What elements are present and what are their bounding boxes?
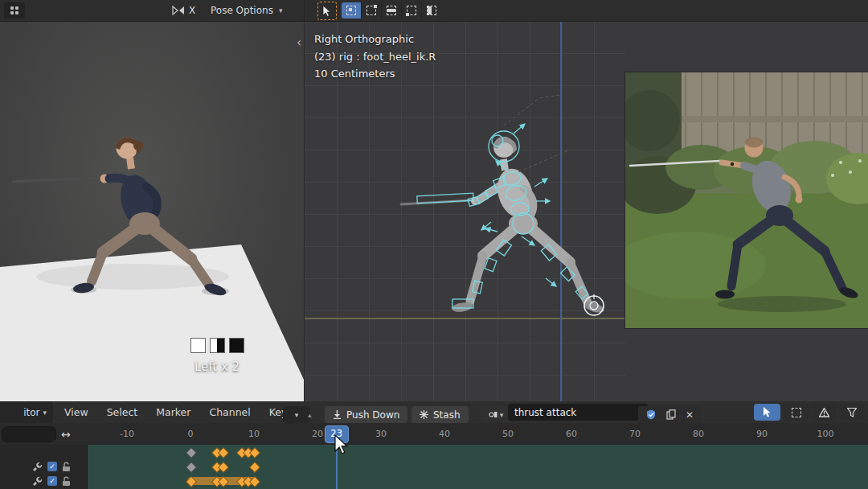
ruler-label: 50 xyxy=(502,423,514,445)
menu-marker[interactable]: Marker xyxy=(156,406,190,418)
stash-button[interactable]: Stash xyxy=(411,404,469,425)
viewport-text-overlay: Right Orthographic (23) rig : foot_heel_… xyxy=(314,31,436,83)
chevron-down-icon: ▾ xyxy=(279,6,283,14)
select-mode-invert[interactable] xyxy=(402,2,422,18)
sidebar-collapse-arrow[interactable]: ‹ xyxy=(297,35,301,50)
wrench-icon xyxy=(32,476,43,487)
checkbox-enabled[interactable]: ✓ xyxy=(47,476,57,486)
header-right-icons xyxy=(754,404,864,421)
channel-list: ✓ ✓ xyxy=(0,445,88,489)
blender-window: X Pose Options ▾ xyxy=(0,0,868,489)
ruler-label: 20 xyxy=(312,423,323,445)
warning-icon xyxy=(819,408,829,417)
unlink-action-button[interactable]: ✕ xyxy=(678,404,701,425)
ruler-label: 30 xyxy=(375,423,387,445)
ruler-ticks: -100102030405060708090100 xyxy=(0,423,868,445)
keyframe[interactable] xyxy=(186,462,197,473)
funnel-icon xyxy=(847,408,857,417)
shield-icon xyxy=(646,409,656,420)
ruler-label: 60 xyxy=(566,423,577,445)
mirror-x-toggle[interactable]: X xyxy=(172,0,195,21)
render-viewport-header: X Pose Options ▾ xyxy=(0,0,304,22)
channel-list-item[interactable]: ✓ xyxy=(0,459,87,474)
select-mode-extend[interactable] xyxy=(362,2,382,18)
select-mode-intersect[interactable] xyxy=(422,2,441,18)
channel-area: ✓ ✓ xyxy=(0,445,868,489)
filter-button[interactable] xyxy=(839,404,864,421)
stereo-passes-icon xyxy=(178,338,256,353)
hidden-objects-toggle[interactable] xyxy=(783,404,809,421)
action-icon xyxy=(489,410,497,419)
render-scene[interactable] xyxy=(0,21,304,401)
ruler-label: 80 xyxy=(693,423,704,445)
browse-action-button[interactable]: ▾ xyxy=(481,404,511,425)
action-name-field[interactable]: thrust attack xyxy=(508,404,648,421)
render-viewport[interactable]: X Pose Options ▾ xyxy=(0,0,305,401)
menu-bar: View Select Marker Channel Key xyxy=(64,401,287,423)
channel-row-1[interactable] xyxy=(87,445,868,460)
menu-channel[interactable]: Channel xyxy=(209,406,250,418)
chevron-down-icon: ▾ xyxy=(43,409,47,417)
pose-options-label: Pose Options xyxy=(211,5,273,16)
active-tool-button[interactable] xyxy=(317,2,337,20)
wrench-icon xyxy=(32,462,43,472)
active-bone-label: (23) rig : foot_heel_ik.R xyxy=(314,48,436,66)
dope-sheet: itor ▾ View Select Marker Channel Key ▾ … xyxy=(0,401,868,489)
editor-type-button[interactable] xyxy=(4,2,25,18)
mirror-x-label: X xyxy=(189,5,195,16)
channel-row-3[interactable] xyxy=(87,474,868,489)
view-label: Right Orthographic xyxy=(314,31,436,48)
ruler-label: 0 xyxy=(188,423,194,445)
close-icon: ✕ xyxy=(678,406,701,423)
select-mode-group xyxy=(342,2,441,18)
editor-type-selector[interactable]: itor ▾ xyxy=(0,401,53,423)
move-up-button[interactable]: ▴ xyxy=(308,404,312,425)
tweak-tool-icon xyxy=(322,6,332,17)
stereo-overlay: Left x 2 xyxy=(178,338,256,374)
ruler-label: 90 xyxy=(756,423,768,445)
lock-open-icon xyxy=(62,462,71,472)
mirror-icon xyxy=(172,5,185,16)
ruler-label: 70 xyxy=(629,423,641,445)
channel-row-2[interactable] xyxy=(87,459,868,475)
reference-video xyxy=(625,72,868,328)
select-mode-new[interactable] xyxy=(342,2,362,18)
ruler-label: -10 xyxy=(120,423,134,445)
ruler-label: 10 xyxy=(248,423,260,445)
select-mode-subtract[interactable] xyxy=(382,2,402,18)
ruler-label: 40 xyxy=(439,423,450,445)
keyframe[interactable] xyxy=(186,447,197,458)
duplicate-icon xyxy=(666,409,676,420)
layers-dropdown[interactable]: ▾ xyxy=(283,404,310,425)
dashed-box-icon xyxy=(792,408,801,417)
mouse-cursor xyxy=(334,435,352,458)
stereo-label: Left x 2 xyxy=(178,360,256,374)
chevron-down-icon: ▾ xyxy=(500,411,504,419)
ruler-label: 100 xyxy=(817,423,834,445)
timeline-ruler[interactable]: ↔ -100102030405060708090100 23 xyxy=(0,423,868,446)
pointer-icon xyxy=(763,407,772,417)
checkbox-enabled[interactable]: ✓ xyxy=(47,462,57,471)
dope-sheet-header: itor ▾ View Select Marker Channel Key ▾ … xyxy=(0,401,868,424)
snowflake-icon xyxy=(420,410,428,419)
channel-list-item[interactable]: ✓ xyxy=(0,474,87,488)
errors-toggle[interactable] xyxy=(812,404,837,421)
menu-view[interactable]: View xyxy=(64,406,88,418)
pose-viewport-header xyxy=(305,0,868,22)
pose-options-dropdown[interactable]: Pose Options ▾ xyxy=(211,0,282,21)
grid-scale-label: 10 Centimeters xyxy=(314,65,436,83)
lock-open-icon xyxy=(62,476,71,487)
only-selected-toggle[interactable] xyxy=(754,404,780,421)
viewport-editor-icon xyxy=(10,6,18,14)
menu-select[interactable]: Select xyxy=(107,406,138,418)
push-down-button[interactable]: Push Down xyxy=(325,404,407,425)
keyframe[interactable] xyxy=(249,462,260,473)
rig-mesh xyxy=(401,137,605,314)
push-down-icon xyxy=(333,410,342,419)
